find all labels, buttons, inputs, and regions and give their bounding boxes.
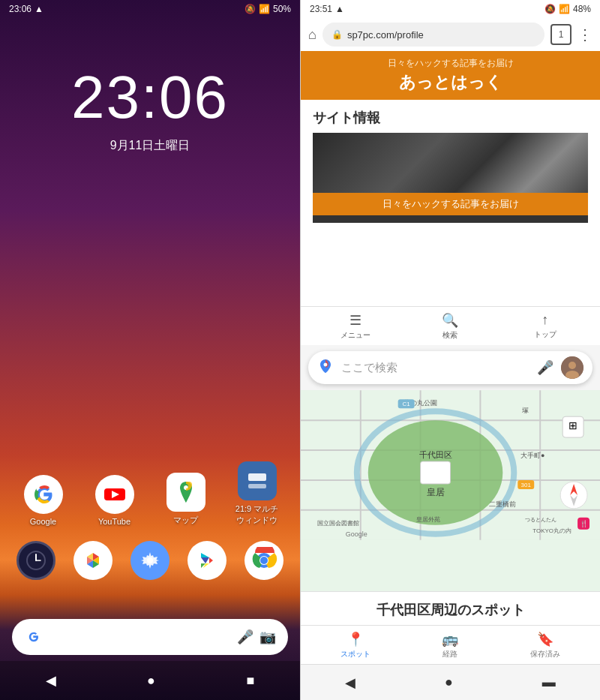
site-image-container: 日々をハックする記事をお届け — [313, 133, 588, 223]
banner-subtitle: 日々をハックする記事をお届け — [313, 57, 588, 70]
google-icon — [24, 475, 63, 514]
right-status-right: 🔕 📶 48% — [544, 4, 591, 14]
site-image-banner: 日々をハックする記事をお届け — [313, 193, 588, 215]
browser-home-button[interactable]: ⌂ — [308, 27, 316, 43]
app-photos[interactable] — [66, 541, 120, 580]
app-row-2 — [8, 541, 292, 580]
spots-icon: 📍 — [347, 631, 364, 647]
site-info-section: サイト情報 日々をハックする記事をお届け — [301, 100, 600, 229]
youtube-icon — [95, 475, 134, 514]
browser-content: 日々をハックする記事をお届け あっとはっく サイト情報 日々をハックする記事をお… — [301, 51, 600, 306]
browser-nav-top[interactable]: ↑ トップ — [498, 312, 592, 340]
app-row-1: Google YouTube — [8, 461, 292, 526]
svg-text:塚: 塚 — [521, 407, 529, 414]
saved-icon: 🔖 — [537, 631, 554, 647]
nav-menu-label: メニュー — [340, 330, 370, 341]
maps-nav-spots[interactable]: 📍 スポット — [308, 631, 403, 659]
recents-button[interactable]: ■ — [246, 673, 254, 689]
app-settings[interactable] — [123, 541, 177, 580]
svg-text:Google: Google — [346, 530, 368, 538]
clock-date: 9月11日土曜日 — [110, 138, 190, 154]
left-status-bar: 23:06 ▲ 🔕 📶 50% — [0, 0, 300, 18]
settings-icon — [130, 541, 170, 580]
app-chrome[interactable] — [237, 541, 291, 580]
svg-text:国立国会図書館: 国立国会図書館 — [317, 520, 359, 527]
back-button[interactable]: ◀ — [46, 672, 56, 689]
search-bar[interactable]: 🎤 📷 — [12, 619, 288, 655]
svg-rect-5 — [248, 473, 266, 481]
photos-icon — [74, 541, 112, 580]
svg-point-18 — [568, 362, 576, 369]
svg-point-16 — [260, 557, 268, 564]
maps-icon — [166, 473, 206, 512]
browser-nav-bar: ☰ メニュー 🔍 検索 ↑ トップ — [301, 306, 600, 345]
left-alert-icon: ▲ — [34, 4, 44, 14]
multiwindow-label: 21:9 マルチウィンドウ — [236, 503, 278, 526]
maps-label: マップ — [173, 515, 198, 526]
top-arrow-icon: ↑ — [542, 312, 548, 328]
browser-toolbar: ⌂ 🔒 sp7pc.com/profile 1 ⋮ — [301, 18, 600, 51]
app-google[interactable]: Google — [16, 475, 70, 526]
maps-user-avatar[interactable] — [561, 356, 584, 379]
voice-search-icon[interactable]: 🎤 — [237, 629, 254, 645]
maps-search-placeholder[interactable]: ここで検索 — [341, 361, 530, 375]
right-time: 23:51 — [310, 4, 332, 14]
left-status-left: 23:06 ▲ — [9, 4, 44, 14]
maps-search-bar[interactable]: ここで検索 🎤 — [308, 351, 592, 384]
app-play[interactable] — [180, 541, 234, 580]
right-recents-button[interactable]: ▬ — [542, 674, 556, 690]
maps-location-title: 千代田区周辺のスポット — [301, 592, 600, 625]
right-back-button[interactable]: ◀ — [345, 674, 356, 691]
browser-menu-button[interactable]: ⋮ — [578, 26, 592, 44]
right-home-button[interactable]: ● — [445, 674, 453, 690]
route-icon: 🚌 — [442, 631, 458, 647]
svg-text:二重橋前: 二重橋前 — [489, 500, 516, 508]
app-clock[interactable] — [9, 541, 63, 580]
map-svg: 皇居 千代田区 北の丸公園 C1 大手町● 塚 301 二重橋前 国立国会図書館 — [301, 390, 600, 540]
svg-text:つるとんたん: つるとんたん — [525, 517, 556, 522]
play-icon — [188, 541, 226, 580]
spots-label: スポット — [340, 649, 370, 659]
clock-time: 23:06 — [71, 63, 229, 132]
maps-mic-icon[interactable]: 🎤 — [537, 359, 554, 376]
left-wifi-icon: 📶 — [259, 4, 270, 14]
svg-text:TOKYO丸の内: TOKYO丸の内 — [532, 527, 572, 534]
nav-top-label: トップ — [534, 329, 556, 340]
clock-area: 23:06 9月11日土曜日 — [0, 18, 300, 700]
svg-text:皇居: 皇居 — [427, 487, 445, 497]
right-status-left: 23:51 ▲ — [310, 4, 344, 14]
right-panel: 23:51 ▲ 🔕 📶 48% ⌂ 🔒 sp7pc.com/profile 1 … — [300, 0, 600, 700]
browser-section: 23:51 ▲ 🔕 📶 48% ⌂ 🔒 sp7pc.com/profile 1 … — [301, 0, 600, 345]
menu-icon: ☰ — [350, 312, 362, 329]
nav-search-label: 検索 — [442, 330, 458, 341]
browser-nav-search[interactable]: 🔍 検索 — [403, 312, 497, 341]
maps-bottom-panel: 千代田区周辺のスポット 📍 スポット 🚌 経路 🔖 保存済み — [301, 591, 600, 664]
chrome-icon — [244, 541, 284, 580]
google-label: Google — [30, 517, 56, 526]
svg-text:大手町●: 大手町● — [520, 452, 544, 459]
left-status-right: 🔕 📶 50% — [244, 4, 291, 14]
browser-nav-menu[interactable]: ☰ メニュー — [308, 312, 403, 341]
maps-nav-bar: 📍 スポット 🚌 経路 🔖 保存済み — [301, 625, 600, 664]
svg-rect-6 — [248, 484, 266, 488]
lens-icon[interactable]: 📷 — [260, 629, 276, 645]
right-mute-icon: 🔕 — [544, 4, 556, 14]
maps-nav-saved[interactable]: 🔖 保存済み — [498, 631, 592, 659]
svg-text:C1: C1 — [403, 401, 411, 407]
home-button[interactable]: ● — [147, 673, 155, 689]
left-nav-bar: ◀ ● ■ — [0, 661, 300, 700]
tab-count[interactable]: 1 — [550, 24, 572, 45]
address-bar[interactable]: 🔒 sp7pc.com/profile — [322, 23, 544, 47]
map-area[interactable]: 皇居 千代田区 北の丸公園 C1 大手町● 塚 301 二重橋前 国立国会図書館 — [301, 390, 600, 591]
right-status-bar: 23:51 ▲ 🔕 📶 48% — [301, 0, 600, 18]
svg-text:⊞: ⊞ — [568, 419, 578, 431]
maps-nav-route[interactable]: 🚌 経路 — [403, 631, 497, 659]
clock-app-icon — [16, 541, 56, 580]
left-mute-icon: 🔕 — [244, 4, 256, 14]
app-multiwindow[interactable]: 21:9 マルチウィンドウ — [230, 461, 284, 526]
app-youtube[interactable]: YouTube — [88, 475, 142, 526]
right-alert-icon: ▲ — [335, 4, 344, 14]
orange-banner-top: 日々をハックする記事をお届け あっとはっく — [301, 51, 600, 100]
app-maps[interactable]: マップ — [159, 473, 213, 526]
right-battery: 48% — [573, 4, 591, 14]
